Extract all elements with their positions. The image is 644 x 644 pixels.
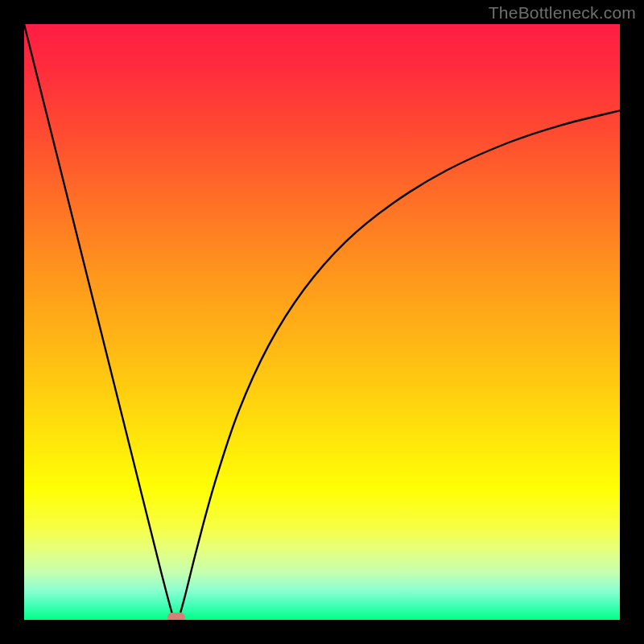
watermark-text: TheBottleneck.com — [489, 3, 636, 23]
bottleneck-curve — [24, 24, 620, 620]
chart-frame: TheBottleneck.com — [0, 0, 644, 644]
curve-layer — [24, 24, 620, 620]
plot-area — [24, 24, 620, 620]
optimal-marker — [167, 613, 185, 620]
